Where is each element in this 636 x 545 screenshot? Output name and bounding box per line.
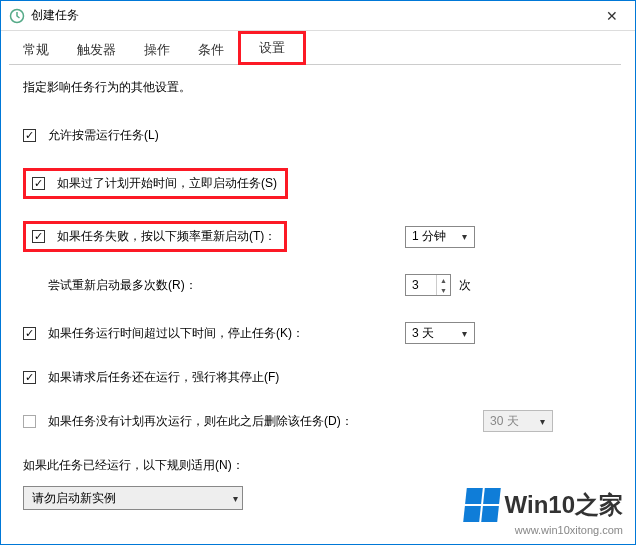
panel-description: 指定影响任务行为的其他设置。	[23, 79, 613, 96]
dialog-window: 创建任务 ✕ 常规 触发器 操作 条件 设置 指定影响任务行为的其他设置。 允许…	[0, 0, 636, 545]
close-icon: ✕	[606, 8, 618, 24]
label-delete-if-unscheduled: 如果任务没有计划再次运行，则在此之后删除该任务(D)：	[48, 413, 353, 430]
option-restart-on-fail: 如果任务失败，按以下频率重新启动(T)： 1 分钟 ▾	[23, 221, 613, 252]
option-already-running: 如果此任务已经运行，以下规则适用(N)：	[23, 454, 613, 476]
option-stop-if-long: 如果任务运行时间超过以下时间，停止任务(K)： 3 天 ▾	[23, 322, 613, 344]
highlight-restart-on-fail: 如果任务失败，按以下频率重新启动(T)：	[23, 221, 287, 252]
tab-actions[interactable]: 操作	[130, 35, 184, 65]
titlebar: 创建任务 ✕	[1, 1, 635, 31]
combo-delete-after: 30 天 ▾	[483, 410, 553, 432]
checkbox-start-when-missed[interactable]	[32, 177, 45, 190]
checkbox-restart-on-fail[interactable]	[32, 230, 45, 243]
highlight-start-when-missed: 如果过了计划开始时间，立即启动任务(S)	[23, 168, 288, 199]
checkbox-allow-on-demand[interactable]	[23, 129, 36, 142]
option-force-stop: 如果请求后任务还在运行，强行将其停止(F)	[23, 366, 613, 388]
chevron-down-icon: ▾	[233, 493, 238, 504]
label-force-stop: 如果请求后任务还在运行，强行将其停止(F)	[48, 369, 279, 386]
combo-delete-after-value: 30 天	[490, 413, 530, 430]
label-retry-count-unit: 次	[459, 277, 471, 294]
spin-arrows-icon: ▲▼	[436, 275, 450, 295]
option-delete-if-unscheduled: 如果任务没有计划再次运行，则在此之后删除该任务(D)： 30 天 ▾	[23, 410, 613, 432]
label-retry-count: 尝试重新启动最多次数(R)：	[48, 277, 197, 294]
combo-stop-after[interactable]: 3 天 ▾	[405, 322, 475, 344]
settings-panel: 指定影响任务行为的其他设置。 允许按需运行任务(L) 如果过了计划开始时间，立即…	[1, 65, 635, 518]
label-stop-if-long: 如果任务运行时间超过以下时间，停止任务(K)：	[48, 325, 304, 342]
rule-combo-row: 请勿启动新实例 ▾	[23, 486, 613, 510]
label-restart-on-fail: 如果任务失败，按以下频率重新启动(T)：	[57, 228, 276, 245]
combo-restart-interval-value: 1 分钟	[412, 228, 452, 245]
label-start-when-missed: 如果过了计划开始时间，立即启动任务(S)	[57, 175, 277, 192]
label-already-running: 如果此任务已经运行，以下规则适用(N)：	[23, 457, 244, 474]
checkbox-delete-if-unscheduled[interactable]	[23, 415, 36, 428]
label-allow-on-demand: 允许按需运行任务(L)	[48, 127, 159, 144]
tab-settings[interactable]: 设置	[238, 31, 306, 65]
app-icon	[9, 8, 25, 24]
chevron-down-icon: ▾	[456, 328, 472, 339]
chevron-down-icon: ▾	[456, 231, 472, 242]
spin-retry-count-value: 3	[406, 275, 436, 295]
close-button[interactable]: ✕	[597, 1, 627, 31]
chevron-down-icon: ▾	[534, 416, 550, 427]
option-allow-on-demand: 允许按需运行任务(L)	[23, 124, 613, 146]
combo-stop-after-value: 3 天	[412, 325, 452, 342]
spin-retry-count[interactable]: 3 ▲▼	[405, 274, 451, 296]
tab-general[interactable]: 常规	[9, 35, 63, 65]
window-title: 创建任务	[31, 7, 597, 24]
option-start-when-missed: 如果过了计划开始时间，立即启动任务(S)	[23, 168, 613, 199]
combo-rule-value: 请勿启动新实例	[32, 490, 233, 507]
checkbox-stop-if-long[interactable]	[23, 327, 36, 340]
option-retry-count: 尝试重新启动最多次数(R)： 3 ▲▼ 次	[23, 274, 613, 296]
combo-restart-interval[interactable]: 1 分钟 ▾	[405, 226, 475, 248]
combo-rule[interactable]: 请勿启动新实例 ▾	[23, 486, 243, 510]
tab-conditions[interactable]: 条件	[184, 35, 238, 65]
tab-triggers[interactable]: 触发器	[63, 35, 130, 65]
checkbox-force-stop[interactable]	[23, 371, 36, 384]
watermark-url: www.win10xitong.com	[465, 524, 623, 536]
tab-strip: 常规 触发器 操作 条件 设置	[1, 31, 635, 65]
